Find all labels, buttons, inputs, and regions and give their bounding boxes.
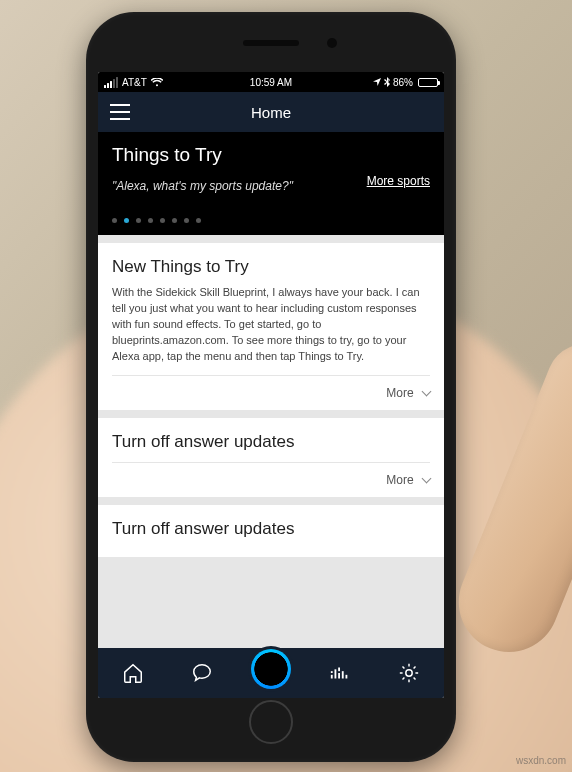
svg-line-14 <box>403 678 405 680</box>
svg-line-12 <box>403 666 405 668</box>
svg-rect-4 <box>338 668 340 672</box>
svg-rect-2 <box>335 669 337 678</box>
status-bar: AT&T 10:59 AM 86% <box>98 72 444 92</box>
more-sports-link[interactable]: More sports <box>367 174 430 188</box>
phone-camera <box>327 38 337 48</box>
card-title: Turn off answer updates <box>112 432 430 452</box>
alexa-ring-icon <box>251 649 291 689</box>
screen: AT&T 10:59 AM 86% Home <box>98 72 444 698</box>
nav-music[interactable] <box>318 651 362 695</box>
svg-rect-5 <box>342 671 344 678</box>
card-turn-off-answer-updates-1: Turn off answer updates More <box>98 418 444 497</box>
more-label: More <box>386 386 413 400</box>
carousel-dots[interactable] <box>112 194 430 223</box>
clock: 10:59 AM <box>215 77 326 88</box>
card-turn-off-answer-updates-2: Turn off answer updates <box>98 505 444 557</box>
menu-icon[interactable] <box>110 104 130 120</box>
hero-quote: "Alexa, what's my sports update?" <box>112 179 293 193</box>
bottom-nav <box>98 648 444 698</box>
watermark: wsxdn.com <box>516 755 566 766</box>
cell-signal-icon <box>104 77 118 88</box>
nav-communicate[interactable] <box>180 651 224 695</box>
nav-alexa[interactable] <box>249 651 293 695</box>
svg-line-15 <box>414 666 416 668</box>
more-label: More <box>386 473 413 487</box>
phone-device: AT&T 10:59 AM 86% Home <box>86 12 456 762</box>
svg-rect-0 <box>331 675 333 679</box>
card-title: Turn off answer updates <box>112 519 430 539</box>
nav-home[interactable] <box>111 651 155 695</box>
card-new-things-to-try: New Things to Try With the Sidekick Skil… <box>98 243 444 410</box>
svg-point-7 <box>406 670 412 676</box>
things-to-try-carousel[interactable]: Things to Try "Alexa, what's my sports u… <box>98 132 444 235</box>
svg-rect-1 <box>331 671 333 673</box>
page-title: Home <box>251 104 291 121</box>
carrier-label: AT&T <box>122 77 147 88</box>
card-more-button[interactable]: More <box>112 376 430 400</box>
svg-rect-6 <box>346 675 348 679</box>
chevron-down-icon <box>422 386 432 396</box>
card-more-button[interactable]: More <box>112 463 430 487</box>
home-cards: New Things to Try With the Sidekick Skil… <box>98 243 444 557</box>
card-body: With the Sidekick Skill Blueprint, I alw… <box>112 285 430 365</box>
app-bar: Home <box>98 92 444 132</box>
home-button[interactable] <box>249 700 293 744</box>
phone-speaker <box>243 40 299 46</box>
wifi-icon <box>151 78 163 87</box>
nav-settings[interactable] <box>387 651 431 695</box>
chevron-down-icon <box>422 473 432 483</box>
svg-rect-3 <box>338 673 340 679</box>
hero-title: Things to Try <box>112 144 430 166</box>
location-icon <box>373 78 381 86</box>
battery-pct: 86% <box>393 77 413 88</box>
battery-icon <box>418 78 438 87</box>
svg-line-13 <box>414 678 416 680</box>
card-title: New Things to Try <box>112 257 430 277</box>
bluetooth-icon <box>384 77 390 87</box>
